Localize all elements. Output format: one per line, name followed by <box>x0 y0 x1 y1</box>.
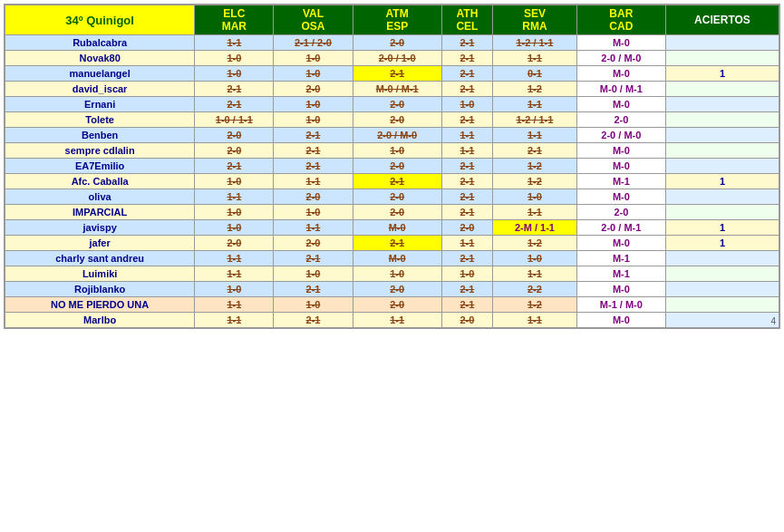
player-name: Rojiblanko <box>5 282 195 297</box>
cell-sev: 1-0 <box>493 189 577 205</box>
aciertos-value <box>665 159 779 174</box>
cell-sev: 2-1 <box>493 143 577 159</box>
aciertos-value <box>665 35 779 51</box>
cell-elc: 1-1 <box>195 35 274 51</box>
cell-ath: 1-1 <box>441 128 492 143</box>
cell-elc: 2-0 <box>195 143 274 159</box>
cell-ath: 2-1 <box>441 189 492 205</box>
player-name: Tolete <box>5 112 195 128</box>
cell-sev: 1-2 <box>493 236 577 251</box>
cell-val: 2-1 <box>274 128 353 143</box>
cell-bar: M-1 <box>576 174 665 189</box>
quinigol-table: 34º Quinigol ELCMAR VALOSA ATMESP ATHCEL… <box>4 4 780 329</box>
cell-ath: 2-1 <box>441 112 492 128</box>
cell-sev: 0-1 <box>493 66 577 82</box>
cell-elc: 1-1 <box>195 189 274 205</box>
cell-bar: 2-0 / M-0 <box>576 51 665 66</box>
cell-bar: M-0 <box>576 143 665 159</box>
header-row: 34º Quinigol ELCMAR VALOSA ATMESP ATHCEL… <box>5 5 779 35</box>
page-number: 4 <box>770 316 776 326</box>
cell-bar: M-0 <box>576 35 665 51</box>
cell-ath: 2-1 <box>441 35 492 51</box>
cell-elc: 2-1 <box>195 97 274 112</box>
cell-sev: 1-1 <box>493 128 577 143</box>
cell-atm: 2-0 <box>353 282 441 297</box>
table-row: Rojiblanko1-02-12-02-12-2M-0 <box>5 282 779 297</box>
cell-atm: 2-1 <box>353 174 441 189</box>
cell-elc: 1-0 / 1-1 <box>195 112 274 128</box>
table-row: Afc. Caballa1-01-12-12-11-2M-11 <box>5 174 779 189</box>
cell-atm: 2-0 <box>353 159 441 174</box>
player-name: charly sant andreu <box>5 251 195 266</box>
table-row: EA7Emilio2-12-12-02-11-2M-0 <box>5 159 779 174</box>
cell-elc: 2-1 <box>195 82 274 97</box>
cell-elc: 1-0 <box>195 220 274 236</box>
cell-val: 1-0 <box>274 51 353 66</box>
cell-atm: 1-0 <box>353 266 441 282</box>
cell-elc: 1-0 <box>195 51 274 66</box>
cell-ath: 1-0 <box>441 97 492 112</box>
aciertos-value <box>665 128 779 143</box>
aciertos-value <box>665 266 779 282</box>
cell-elc: 1-0 <box>195 205 274 220</box>
aciertos-value <box>665 143 779 159</box>
table-row: Luimiki1-11-01-01-01-1M-1 <box>5 266 779 282</box>
cell-atm: 2-0 <box>353 205 441 220</box>
cell-val: 1-0 <box>274 297 353 313</box>
cell-bar: M-0 <box>576 189 665 205</box>
cell-ath: 2-1 <box>441 205 492 220</box>
cell-val: 1-1 <box>274 174 353 189</box>
player-name: Afc. Caballa <box>5 174 195 189</box>
cell-sev: 1-2 <box>493 174 577 189</box>
aciertos-value <box>665 297 779 313</box>
cell-atm: 2-0 <box>353 97 441 112</box>
cell-ath: 2-1 <box>441 174 492 189</box>
cell-sev: 1-0 <box>493 251 577 266</box>
cell-elc: 2-1 <box>195 159 274 174</box>
player-name: david_iscar <box>5 82 195 97</box>
cell-bar: M-0 <box>576 313 665 328</box>
player-name: Ernani <box>5 97 195 112</box>
cell-sev: 2-M / 1-1 <box>493 220 577 236</box>
cell-atm: 2-0 <box>353 35 441 51</box>
cell-sev: 1-2 / 1-1 <box>493 35 577 51</box>
cell-ath: 2-1 <box>441 282 492 297</box>
table-title: 34º Quinigol <box>5 5 195 35</box>
cell-sev: 1-1 <box>493 266 577 282</box>
cell-bar: M-1 / M-0 <box>576 297 665 313</box>
player-name: Marlbo <box>5 313 195 328</box>
cell-val: 2-0 <box>274 189 353 205</box>
table-row: Benben2-02-12-0 / M-01-11-12-0 / M-0 <box>5 128 779 143</box>
player-name: javispy <box>5 220 195 236</box>
aciertos-value: 1 <box>665 220 779 236</box>
cell-sev: 1-2 <box>493 82 577 97</box>
col-sev: SEVRMA <box>493 5 577 35</box>
cell-sev: 1-2 / 1-1 <box>493 112 577 128</box>
cell-elc: 1-1 <box>195 266 274 282</box>
cell-ath: 2-1 <box>441 82 492 97</box>
cell-val: 2-1 / 2-0 <box>274 35 353 51</box>
cell-elc: 1-1 <box>195 251 274 266</box>
cell-ath: 2-1 <box>441 297 492 313</box>
cell-elc: 1-0 <box>195 282 274 297</box>
cell-sev: 1-1 <box>493 313 577 328</box>
aciertos-value <box>665 112 779 128</box>
col-bar: BARCAD <box>576 5 665 35</box>
aciertos-value: 1 <box>665 236 779 251</box>
cell-ath: 2-1 <box>441 251 492 266</box>
cell-ath: 1-1 <box>441 236 492 251</box>
cell-atm: M-0 <box>353 251 441 266</box>
cell-val: 2-1 <box>274 143 353 159</box>
cell-bar: 2-0 <box>576 112 665 128</box>
aciertos-value: 1 <box>665 174 779 189</box>
table-row: manuelangel1-01-02-12-10-1M-01 <box>5 66 779 82</box>
cell-ath: 2-0 <box>441 220 492 236</box>
cell-atm: 2-0 / M-0 <box>353 128 441 143</box>
cell-atm: M-0 / M-1 <box>353 82 441 97</box>
table-row: Rubalcabra1-12-1 / 2-02-02-11-2 / 1-1M-0 <box>5 35 779 51</box>
table-row: jafer2-02-02-11-11-2M-01 <box>5 236 779 251</box>
cell-bar: M-0 <box>576 66 665 82</box>
cell-atm: 2-0 / 1-0 <box>353 51 441 66</box>
aciertos-value <box>665 51 779 66</box>
player-name: Novak80 <box>5 51 195 66</box>
